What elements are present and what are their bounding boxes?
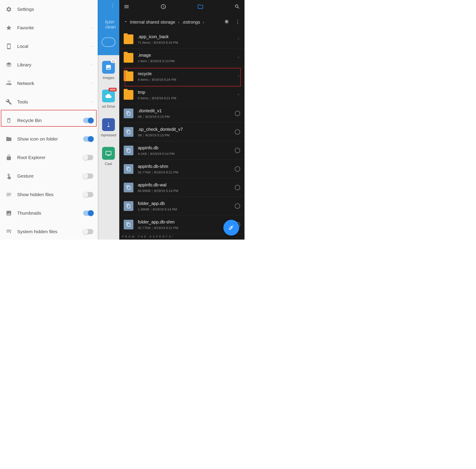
menu-item-root-explorer[interactable]: Root Explorer: [0, 148, 98, 167]
file-meta: 1.36MB|8/19/19 5:14 PM: [138, 207, 235, 211]
file-row-folder-app-db[interactable]: folder_app.db1.36MB|8/19/19 5:14 PM: [119, 197, 244, 215]
file-name: .sp_check_dontedit_v7: [138, 127, 235, 132]
select-radio[interactable]: [235, 203, 240, 209]
file-list: .app_icon_back71 items|8/19/19 8:16 PM.i…: [119, 30, 244, 234]
breadcrumb-root[interactable]: Internal shared storage: [130, 20, 175, 25]
file-meta: 0B|8/19/19 5:13 PM: [138, 133, 235, 137]
file-row-appinfo-db-shm[interactable]: appinfo.db-shm32.77KB|8/19/19 8:21 PM: [119, 160, 244, 178]
gear-icon: [6, 6, 12, 12]
menu-label: Thumbnails: [17, 210, 83, 216]
menu-item-show-hidden-files[interactable]: Show hidden files: [0, 185, 98, 204]
phone-icon: [6, 43, 12, 50]
clock-tab-icon[interactable]: [160, 4, 166, 10]
menu-item-gesture[interactable]: Gesture: [0, 167, 98, 185]
menu-item-local[interactable]: Local: [0, 37, 98, 56]
menu-label: Library: [17, 62, 90, 67]
folder-row-recycle[interactable]: recycle6 items|8/19/19 8:24 PM: [119, 67, 244, 85]
menu-item-system-hidden-files[interactable]: System hidden files: [0, 222, 98, 240]
document-icon: [124, 146, 133, 155]
folder-icon: [124, 53, 133, 63]
file-row--dontedit-v1[interactable]: .dontedit_v10B|8/19/19 5:13 PM: [119, 104, 244, 123]
select-radio[interactable]: [235, 111, 240, 116]
file-meta: 6 items|8/19/19 8:24 PM: [138, 78, 237, 81]
menu-item-thumbnails[interactable]: Thumbnails: [0, 204, 98, 222]
menu-label: Gesture: [17, 173, 83, 179]
menu-label: Recycle Bin: [17, 118, 83, 123]
file-name: .dontedit_v1: [138, 108, 235, 113]
menu-label: Settings: [17, 7, 93, 12]
document-icon: [124, 201, 133, 211]
select-radio[interactable]: [235, 166, 240, 172]
chevron-down-icon: [90, 82, 93, 85]
star-icon: [6, 25, 12, 31]
file-meta: 32.77KB|8/19/19 8:21 PM: [138, 170, 235, 174]
document-icon: [124, 127, 133, 137]
touch-icon: [6, 173, 12, 179]
hamburger-icon[interactable]: [124, 4, 129, 10]
toggle-thumbnails[interactable]: [83, 210, 93, 216]
select-radio[interactable]: [235, 185, 240, 190]
file-meta: 65.95KB|8/19/19 5:14 PM: [138, 189, 235, 193]
select-radio[interactable]: [235, 148, 240, 153]
folder-icon: [124, 34, 133, 44]
file-name: .image: [138, 53, 237, 58]
file-name: folder_app.db: [138, 201, 235, 206]
menu-label: Network: [17, 81, 90, 86]
folder-tab-icon[interactable]: [198, 4, 203, 10]
menu-item-favorite[interactable]: Favorite: [0, 18, 98, 37]
settings-drawer: SettingsFavoriteLocalLibraryNetworkTools…: [0, 0, 98, 240]
wrench-icon: [6, 99, 12, 105]
file-name: folder_app.db-shm: [138, 219, 235, 225]
menu-item-show-icon-on-folder[interactable]: Show icon on folder: [0, 130, 98, 148]
menu-item-tools[interactable]: Tools: [0, 93, 98, 111]
file-name: .app_icon_back: [138, 34, 237, 39]
grid-view-icon[interactable]: [225, 20, 229, 24]
toggle-system-hidden-files[interactable]: [83, 229, 93, 234]
menu-item-settings[interactable]: Settings: [0, 0, 98, 18]
bg-text-clean: clean: [105, 24, 116, 29]
layers-icon: [6, 62, 12, 68]
menu-item-network[interactable]: Network: [0, 74, 98, 93]
chevron-down-icon: [90, 45, 93, 48]
menu-label: Show hidden files: [17, 192, 83, 197]
fab-clean-button[interactable]: [223, 220, 239, 235]
badge-count: 12: [111, 60, 116, 63]
file-meta: 32.77KB|8/19/19 8:21 PM: [138, 226, 235, 230]
toggle-root-explorer[interactable]: [83, 155, 93, 160]
file-row-appinfo-db[interactable]: appinfo.db4.1KB|8/19/19 5:14 PM: [119, 141, 244, 160]
toggle-gesture[interactable]: [83, 173, 93, 179]
sys-hidden-icon: [6, 229, 12, 235]
folder-row--image[interactable]: .image1 item|8/19/19 5:13 PM: [119, 49, 244, 67]
chevron-right-icon: [237, 74, 240, 78]
search-icon[interactable]: [234, 4, 240, 10]
toggle-recycle-bin[interactable]: [83, 118, 93, 123]
bg-tile-cast: Cast: [105, 162, 112, 166]
file-row-appinfo-db-wal[interactable]: appinfo.db-wal65.95KB|8/19/19 5:14 PM: [119, 178, 244, 197]
select-radio[interactable]: [235, 129, 240, 134]
menu-item-library[interactable]: Library: [0, 56, 98, 74]
toggle-show-hidden-files[interactable]: [83, 192, 93, 197]
menu-label: Tools: [17, 99, 90, 105]
key-icon: [6, 154, 12, 161]
bg-tile-images: Images: [103, 76, 114, 80]
folder-icon: [124, 71, 133, 81]
file-name: recycle: [138, 71, 237, 76]
file-meta: 4.1KB|8/19/19 5:14 PM: [138, 152, 235, 155]
breadcrumb-current[interactable]: .estrongs: [182, 20, 200, 25]
folder-row--app-icon-back[interactable]: .app_icon_back71 items|8/19/19 8:16 PM: [119, 30, 244, 49]
folder-icon: [124, 90, 133, 100]
more-menu-icon[interactable]: ⋮: [235, 19, 240, 25]
toggle-show-icon-on-folder[interactable]: [83, 136, 93, 142]
bg-tile-compressed: mpressed: [101, 133, 116, 137]
file-row--sp-check-dontedit-v7[interactable]: .sp_check_dontedit_v70B|8/19/19 5:13 PM: [119, 123, 244, 141]
breadcrumb-expand-icon[interactable]: [124, 20, 128, 24]
file-meta: 0 items|8/19/19 8:21 PM: [138, 96, 237, 100]
watermark: FROM THE EXPERTS!: [122, 235, 174, 238]
file-name: appinfo.db-wal: [138, 183, 235, 187]
folder-row-tmp[interactable]: tmp0 items|8/19/19 8:21 PM: [119, 85, 244, 104]
menu-label: Local: [17, 44, 90, 49]
trash-icon: [6, 117, 12, 124]
file-name: appinfo.db-shm: [138, 164, 235, 169]
menu-item-recycle-bin[interactable]: Recycle Bin: [0, 111, 98, 130]
menu-label: Show icon on folder: [17, 136, 83, 142]
